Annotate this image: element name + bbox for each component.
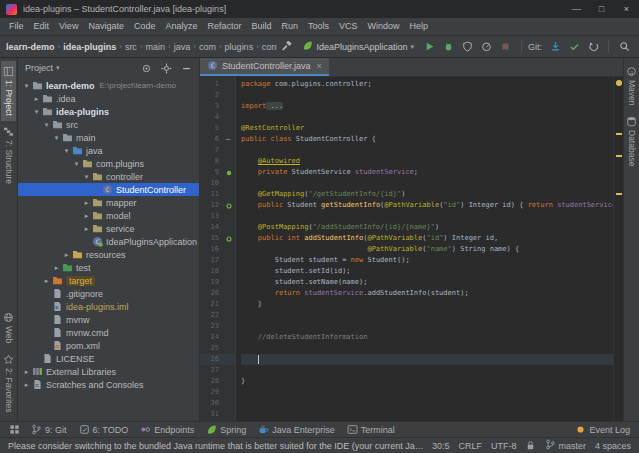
tool-button-terminal[interactable]: Terminal <box>343 424 399 435</box>
code-line[interactable] <box>241 365 613 376</box>
debug-button[interactable] <box>440 38 458 56</box>
expand-arrow[interactable]: ▸ <box>52 264 61 272</box>
code-line[interactable]: @RestController <box>241 123 613 134</box>
code-line[interactable]: public int addStudentInfo(@PathVariable(… <box>241 233 613 244</box>
expand-arrow[interactable]: ▸ <box>42 277 51 285</box>
code-line[interactable] <box>241 409 613 420</box>
menu-tools[interactable]: Tools <box>303 18 334 35</box>
warning-mark[interactable] <box>616 155 622 157</box>
code-line[interactable] <box>241 343 613 354</box>
tab-studentcontroller-java[interactable]: C StudentController.java × <box>200 58 329 76</box>
run-configuration-select[interactable]: IdeaPluginsApplication ▾ <box>297 39 419 54</box>
menu-help[interactable]: Help <box>405 18 434 35</box>
code-line[interactable]: student.setName(name); <box>241 277 613 288</box>
tool-button-event-log[interactable]: Event Log <box>571 424 634 435</box>
tree-item-target[interactable]: ▸target <box>18 274 199 287</box>
expand-arrow[interactable]: ▾ <box>52 134 61 142</box>
tree-item-test[interactable]: ▸test <box>18 261 199 274</box>
code-line[interactable]: public Student getStudentInfo(@PathVaria… <box>241 200 613 211</box>
tree-item-pom-xml[interactable]: pom.xml <box>18 339 199 352</box>
expand-arrow[interactable]: ▸ <box>32 95 41 103</box>
tool-button-web[interactable]: Web <box>1 307 16 348</box>
expand-arrow[interactable]: ▾ <box>72 160 81 168</box>
warning-mark[interactable] <box>616 193 622 195</box>
code-line[interactable]: @PathVariable("name") String name) { <box>241 244 613 255</box>
tree-item-studentcontroller[interactable]: CStudentController <box>18 183 199 196</box>
tree-item-ideapluginsapplication[interactable]: CIdeaPluginsApplication <box>18 235 199 248</box>
gutter-line[interactable]: 2 <box>200 90 235 101</box>
gutter-line[interactable]: 11 <box>200 189 235 200</box>
tree-item-idea-plugins[interactable]: ▾idea-plugins <box>18 105 199 118</box>
gutter-line[interactable]: 10 <box>200 178 235 189</box>
code-line[interactable]: public class StudentController { <box>241 134 613 145</box>
gutter-line[interactable]: 31 <box>200 409 235 420</box>
project-panel-title[interactable]: Project <box>25 63 53 73</box>
minimize-button[interactable]: — <box>564 0 589 18</box>
menu-file[interactable]: File <box>4 18 29 35</box>
gutter-icon-slot[interactable] <box>222 169 235 177</box>
gutter-line[interactable]: 24 <box>200 332 235 343</box>
tree-item-idea-plugins-iml[interactable]: idea-plugins.iml <box>18 300 199 313</box>
tree-item-main[interactable]: ▾main <box>18 131 199 144</box>
gutter-icon-slot[interactable] <box>222 202 235 210</box>
gutter-line[interactable]: 13 <box>200 211 235 222</box>
expand-arrow[interactable]: ▾ <box>62 147 71 155</box>
tool-button-database[interactable]: Database <box>624 111 639 171</box>
gutter-line[interactable]: 6− <box>200 134 235 145</box>
code-editor[interactable]: package com.plugins.controller;import ..… <box>236 77 613 421</box>
close-icon[interactable]: × <box>317 61 322 71</box>
gutter-icon-slot[interactable] <box>222 235 235 243</box>
fold-marker[interactable]: − <box>222 134 235 145</box>
chevron-down-icon[interactable]: ▾ <box>56 64 60 72</box>
code-line[interactable]: } <box>241 376 613 387</box>
error-stripe[interactable] <box>613 77 623 421</box>
maximize-button[interactable]: □ <box>589 0 614 18</box>
gutter-line[interactable]: 26 <box>200 354 235 365</box>
gutter-line[interactable]: 21 <box>200 299 235 310</box>
breadcrumb-java[interactable]: java <box>174 42 191 52</box>
tool-button-maven[interactable]: mMaven <box>624 61 639 111</box>
code-line[interactable] <box>241 90 613 101</box>
tree-item-gitignore[interactable]: .gitignore <box>18 287 199 300</box>
tree-item-resources[interactable]: ▸resources <box>18 248 199 261</box>
tree-item-mvnw[interactable]: mvnw <box>18 313 199 326</box>
project-settings-button[interactable] <box>157 59 175 77</box>
tree-item-external-libraries[interactable]: ▸External Libraries <box>18 365 199 378</box>
code-line[interactable] <box>241 310 613 321</box>
file-encoding[interactable]: UTF-8 <box>491 441 517 451</box>
build-button[interactable] <box>277 38 295 56</box>
menu-run[interactable]: Run <box>277 18 304 35</box>
tool-button-9-git[interactable]: 9: Git <box>27 424 71 435</box>
editor-gutter[interactable]: 123456−789101112131415161718192021222324… <box>200 77 236 421</box>
tree-item-service[interactable]: ▸service <box>18 222 199 235</box>
run-button[interactable] <box>421 38 439 56</box>
code-line[interactable]: package com.plugins.controller; <box>241 79 613 90</box>
menu-window[interactable]: Window <box>363 18 405 35</box>
expand-arrow[interactable]: ▸ <box>22 381 31 389</box>
menu-analyze[interactable]: Analyze <box>160 18 202 35</box>
tree-item-idea[interactable]: ▸.idea <box>18 92 199 105</box>
gutter-line[interactable]: 12 <box>200 200 235 211</box>
tree-item-mvnw-cmd[interactable]: mvnw.cmd <box>18 326 199 339</box>
tree-item-com-plugins[interactable]: ▾com.plugins <box>18 157 199 170</box>
expand-arrow[interactable]: ▾ <box>42 121 51 129</box>
commit-button[interactable] <box>565 38 583 56</box>
tree-item-scratches-and-consoles[interactable]: ▸Scratches and Consoles <box>18 378 199 391</box>
gutter-line[interactable]: 27 <box>200 365 235 376</box>
gutter-line[interactable]: 3 <box>200 101 235 112</box>
tool-button-java-enterprise[interactable]: Java Enterprise <box>254 424 339 435</box>
gutter-line[interactable]: 19 <box>200 277 235 288</box>
breadcrumb-plugins[interactable]: plugins <box>225 42 254 52</box>
gutter-line[interactable]: 5 <box>200 123 235 134</box>
tool-button-endpoints[interactable]: Endpoints <box>136 424 198 435</box>
gutter-line[interactable]: 20 <box>200 288 235 299</box>
gutter-line[interactable]: 14 <box>200 222 235 233</box>
expand-arrow[interactable]: ▸ <box>82 212 91 220</box>
code-line[interactable]: //deleteStudentInformation <box>241 332 613 343</box>
warning-mark[interactable] <box>616 133 622 135</box>
tool-button-2-favorites[interactable]: 2: Favorites <box>1 349 16 417</box>
coverage-button[interactable] <box>459 38 477 56</box>
breadcrumb-learn-demo[interactable]: learn-demo <box>6 42 55 52</box>
gutter-line[interactable]: 9 <box>200 167 235 178</box>
code-line[interactable] <box>241 178 613 189</box>
